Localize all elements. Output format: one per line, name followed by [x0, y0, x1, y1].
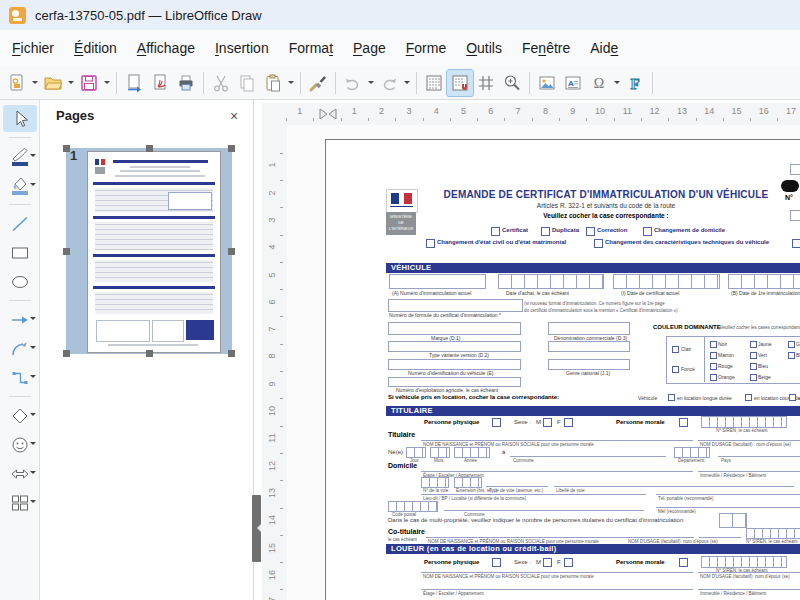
- menu-edition[interactable]: Édition: [64, 36, 127, 60]
- field-label: Dans le cas de multi-propriété, veuillez…: [388, 517, 683, 525]
- field-label: en location longue durée: [677, 395, 732, 401]
- save-button[interactable]: [76, 70, 102, 96]
- date-cells: [613, 274, 720, 289]
- field-label: Numéro de formule du certificat d'immatr…: [389, 312, 501, 318]
- selection-handle[interactable]: [63, 350, 70, 357]
- line-arrow-tool[interactable]: [3, 306, 37, 333]
- insert-text-box-button[interactable]: A: [560, 70, 586, 96]
- export-pdf-button[interactable]: [147, 70, 173, 96]
- fontwork-button[interactable]: F: [622, 70, 648, 96]
- field-line: [656, 499, 800, 508]
- field-label: Si véhicule pris en location, cocher la …: [388, 394, 559, 402]
- menu-outils[interactable]: Outils: [456, 36, 512, 60]
- menu-insertion[interactable]: Insertion: [205, 36, 279, 60]
- insert-line-tool[interactable]: [3, 210, 37, 237]
- symbol-shapes-tool[interactable]: [3, 431, 37, 458]
- fill-color-tool[interactable]: [3, 172, 37, 199]
- checkbox: [710, 341, 717, 348]
- field-label: Véhicule: [638, 395, 657, 401]
- select-arrow-icon: [9, 108, 31, 130]
- menu-affichage[interactable]: Affichage: [127, 36, 205, 60]
- zoom-button[interactable]: [499, 70, 525, 96]
- checkbox: [426, 239, 435, 248]
- field-line: [698, 462, 800, 472]
- paste-icon: [263, 73, 283, 93]
- field-label: Clair: [681, 346, 691, 352]
- line-color-tool[interactable]: [3, 143, 37, 170]
- undo-button[interactable]: [340, 70, 366, 96]
- insert-image-icon: [537, 73, 557, 93]
- block-arrows-tool[interactable]: [3, 460, 37, 487]
- selection-handle[interactable]: [228, 145, 235, 152]
- redo-dropdown[interactable]: [402, 70, 412, 96]
- toolbar-separator: [529, 72, 530, 94]
- undo-dropdown[interactable]: [366, 70, 376, 96]
- ellipse-tool[interactable]: [3, 268, 37, 295]
- special-character-dropdown[interactable]: [612, 70, 622, 96]
- selection-handle[interactable]: [228, 248, 235, 255]
- menu-format[interactable]: Format: [279, 36, 343, 60]
- copy-button[interactable]: [234, 70, 260, 96]
- toolbar-separator: [652, 72, 653, 94]
- new-button[interactable]: [4, 70, 30, 96]
- clone-formatting-button[interactable]: [305, 70, 331, 96]
- field-label: Gris: [796, 341, 800, 347]
- selection-handle[interactable]: [146, 350, 153, 357]
- diamond-icon: [9, 405, 31, 427]
- select-tool[interactable]: [3, 105, 37, 132]
- close-icon[interactable]: ×: [225, 107, 243, 125]
- selection-handle[interactable]: [228, 350, 235, 357]
- insert-image-button[interactable]: [534, 70, 560, 96]
- document-page[interactable]: MINISTÈREDEL'INTÉRIEUR DEMANDE DE CERTIF…: [325, 139, 800, 600]
- menu-page[interactable]: Page: [343, 36, 396, 60]
- horizontal-ruler[interactable]: 11234567891011121314151617: [262, 103, 800, 126]
- drawing-toolbar: [0, 100, 40, 600]
- menu-fenetre[interactable]: Fenêtre: [512, 36, 580, 60]
- thumb-banner: [93, 216, 215, 219]
- save-dropdown[interactable]: [102, 70, 112, 96]
- curves-polygons-tool[interactable]: [3, 335, 37, 362]
- section-banner-vehicule: VÉHICULE: [386, 263, 800, 273]
- rectangle-tool[interactable]: [3, 239, 37, 266]
- double-arrow-icon: [9, 463, 31, 485]
- menu-forme[interactable]: Forme: [396, 36, 456, 60]
- panel-splitter-handle[interactable]: [252, 495, 261, 562]
- toolbar-separator: [116, 72, 117, 94]
- field-label: (A) Numéro d'immatriculation actuel: [392, 290, 471, 296]
- open-button[interactable]: [40, 70, 66, 96]
- display-grid-button[interactable]: [421, 70, 447, 96]
- field-line: [421, 486, 646, 495]
- menu-fichier[interactable]: Fichier: [2, 36, 64, 60]
- snap-to-grid-button[interactable]: [447, 70, 473, 96]
- open-dropdown[interactable]: [66, 70, 76, 96]
- export-icon: [124, 73, 144, 93]
- thumb-flag: [95, 159, 99, 165]
- connectors-tool[interactable]: [3, 364, 37, 391]
- new-dropdown[interactable]: [30, 70, 40, 96]
- helplines-button[interactable]: [473, 70, 499, 96]
- field-label: F: [557, 419, 561, 427]
- couleur-title: COULEUR DOMINANTE: [653, 324, 721, 332]
- input-box: [388, 377, 521, 387]
- selection-handle[interactable]: [146, 145, 153, 152]
- menu-aide[interactable]: Aide: [580, 36, 628, 60]
- paste-button[interactable]: [260, 70, 286, 96]
- basic-shapes-tool[interactable]: [3, 402, 37, 429]
- flowchart-tool[interactable]: [3, 489, 37, 516]
- cut-button[interactable]: [208, 70, 234, 96]
- print-button[interactable]: [173, 70, 199, 96]
- special-character-button[interactable]: Ω: [586, 70, 612, 96]
- page-thumbnail[interactable]: 1: [66, 148, 232, 354]
- svg-text:Ω: Ω: [594, 76, 604, 91]
- drawing-canvas[interactable]: MINISTÈREDEL'INTÉRIEUR DEMANDE DE CERTIF…: [287, 125, 800, 600]
- selection-handle[interactable]: [63, 248, 70, 255]
- selection-handle[interactable]: [63, 145, 70, 152]
- vertical-ruler[interactable]: 1234567891011121314151617: [262, 125, 288, 600]
- export-button[interactable]: [121, 70, 147, 96]
- snap-to-grid-icon: [450, 73, 470, 93]
- field-label: Mél (recommandé): [658, 509, 696, 515]
- thumb-sign-box: [96, 320, 150, 342]
- redo-button[interactable]: [376, 70, 402, 96]
- input-box: [548, 359, 630, 370]
- paste-dropdown[interactable]: [286, 70, 296, 96]
